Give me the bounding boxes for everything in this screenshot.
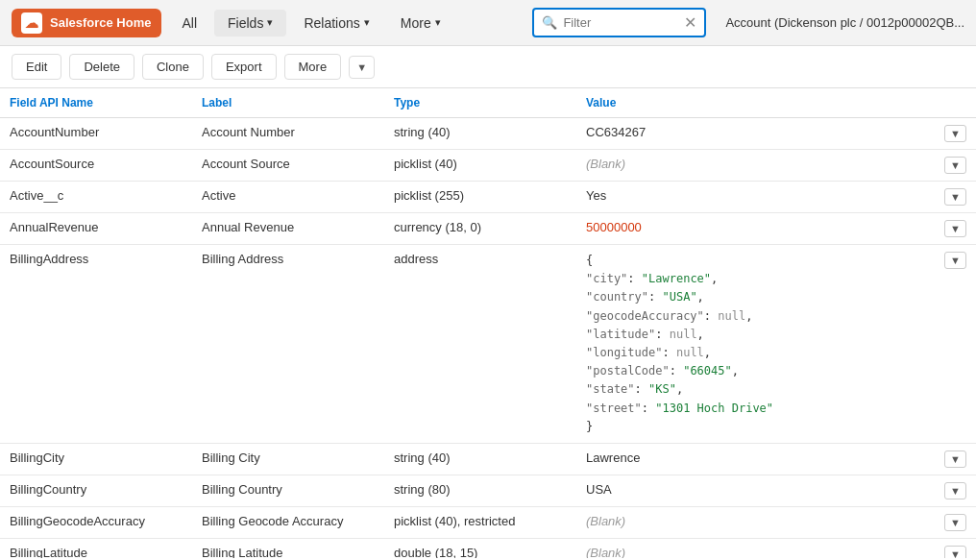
col-header-type[interactable]: Type	[384, 88, 576, 118]
cell-action: ▼	[935, 182, 976, 213]
cell-label: Billing Geocode Accuracy	[192, 506, 384, 538]
cell-type: string (40)	[384, 443, 576, 475]
cell-label: Account Number	[192, 118, 384, 150]
nav-tabs: All Fields ▾ Relations ▾ More ▾	[169, 10, 525, 37]
cell-api-name: AnnualRevenue	[0, 213, 192, 245]
cell-api-name: BillingCountry	[0, 475, 192, 506]
more-dropdown-button[interactable]: ▼	[349, 56, 375, 79]
cell-api-name: BillingLatitude	[0, 538, 192, 558]
account-title: Account (Dickenson plc / 0012p00002QB...	[725, 15, 964, 30]
cell-type: double (18, 15)	[384, 538, 576, 558]
cell-label: Billing Address	[192, 245, 384, 444]
cell-label: Billing Country	[192, 475, 384, 506]
cell-api-name: BillingAddress	[0, 245, 192, 444]
row-dropdown-button[interactable]: ▼	[944, 546, 966, 558]
row-dropdown-button[interactable]: ▼	[944, 450, 966, 468]
cell-api-name: BillingGeocodeAccuracy	[0, 506, 192, 538]
cell-type: string (80)	[384, 475, 576, 506]
clone-button[interactable]: Clone	[142, 54, 204, 80]
table-row: BillingGeocodeAccuracyBilling Geocode Ac…	[0, 506, 976, 538]
json-value: { "city": "Lawrence", "country": "USA", …	[586, 252, 925, 436]
row-dropdown-button[interactable]: ▼	[944, 125, 966, 142]
fields-table: Field API Name Label Type Value AccountN…	[0, 88, 976, 558]
currency-value: 50000000	[586, 220, 642, 234]
cell-action: ▼	[935, 475, 976, 506]
fields-arrow-icon: ▾	[267, 16, 273, 29]
cell-action: ▼	[935, 443, 976, 475]
table-container: Field API Name Label Type Value AccountN…	[0, 88, 976, 558]
table-header-row: Field API Name Label Type Value	[0, 88, 976, 118]
row-dropdown-button[interactable]: ▼	[944, 252, 966, 269]
app-title: Salesforce Home	[50, 15, 152, 30]
more-button[interactable]: More	[284, 54, 342, 80]
col-header-action	[935, 88, 976, 118]
cell-action: ▼	[935, 506, 976, 538]
relations-arrow-icon: ▾	[364, 16, 370, 29]
col-header-api[interactable]: Field API Name	[0, 88, 192, 118]
table-row: AnnualRevenueAnnual Revenuecurrency (18,…	[0, 213, 976, 245]
cell-type: string (40)	[384, 118, 576, 150]
app-logo[interactable]: ☁ Salesforce Home	[12, 9, 161, 37]
filter-input[interactable]	[563, 15, 678, 30]
cell-value: (Blank)	[576, 538, 935, 558]
row-dropdown-button[interactable]: ▼	[944, 220, 966, 237]
top-bar: ☁ Salesforce Home All Fields ▾ Relations…	[0, 0, 976, 46]
cell-label: Account Source	[192, 150, 384, 182]
cell-api-name: BillingCity	[0, 443, 192, 475]
nav-tab-all[interactable]: All	[169, 10, 211, 37]
blank-value: (Blank)	[586, 546, 625, 558]
cell-label: Billing Latitude	[192, 538, 384, 558]
table-row: BillingAddressBilling Addressaddress{ "c…	[0, 245, 976, 444]
cell-type: picklist (40), restricted	[384, 506, 576, 538]
action-bar: Edit Delete Clone Export More ▼	[0, 46, 976, 88]
cell-value: Lawrence	[576, 443, 935, 475]
cell-value: { "city": "Lawrence", "country": "USA", …	[576, 245, 935, 444]
table-row: AccountSourceAccount Sourcepicklist (40)…	[0, 150, 976, 182]
row-dropdown-button[interactable]: ▼	[944, 482, 966, 499]
cell-value: CC634267	[576, 118, 935, 150]
cell-type: picklist (255)	[384, 182, 576, 213]
search-icon: 🔍	[542, 15, 557, 30]
cell-label: Billing City	[192, 443, 384, 475]
cell-value: 50000000	[576, 213, 935, 245]
table-row: Active__cActivepicklist (255)Yes▼	[0, 182, 976, 213]
cell-type: address	[384, 245, 576, 444]
more-arrow-icon: ▾	[435, 16, 441, 29]
cell-api-name: Active__c	[0, 182, 192, 213]
row-dropdown-button[interactable]: ▼	[944, 188, 966, 206]
nav-tab-more[interactable]: More ▾	[387, 10, 454, 37]
cell-type: picklist (40)	[384, 150, 576, 182]
cell-type: currency (18, 0)	[384, 213, 576, 245]
cell-value: USA	[576, 475, 935, 506]
cell-label: Active	[192, 182, 384, 213]
nav-tab-relations[interactable]: Relations ▾	[290, 10, 382, 37]
blank-value: (Blank)	[586, 514, 625, 528]
cell-action: ▼	[935, 245, 976, 444]
cell-action: ▼	[935, 150, 976, 182]
delete-button[interactable]: Delete	[69, 54, 134, 80]
table-row: BillingCountryBilling Countrystring (80)…	[0, 475, 976, 506]
row-dropdown-button[interactable]: ▼	[944, 157, 966, 174]
col-header-value[interactable]: Value	[576, 88, 935, 118]
filter-clear-icon[interactable]: ✕	[684, 13, 696, 32]
edit-button[interactable]: Edit	[12, 54, 61, 80]
export-button[interactable]: Export	[211, 54, 277, 80]
cell-value: (Blank)	[576, 150, 935, 182]
cell-value: Yes	[576, 182, 935, 213]
blank-value: (Blank)	[586, 157, 625, 171]
col-header-label[interactable]: Label	[192, 88, 384, 118]
table-row: BillingLatitudeBilling Latitudedouble (1…	[0, 538, 976, 558]
row-dropdown-button[interactable]: ▼	[944, 514, 966, 531]
table-row: AccountNumberAccount Numberstring (40)CC…	[0, 118, 976, 150]
cell-api-name: AccountSource	[0, 150, 192, 182]
cell-action: ▼	[935, 118, 976, 150]
cell-action: ▼	[935, 213, 976, 245]
cell-value: (Blank)	[576, 506, 935, 538]
salesforce-icon: ☁	[21, 12, 42, 34]
table-row: BillingCityBilling Citystring (40)Lawren…	[0, 443, 976, 475]
filter-box: 🔍 ✕	[532, 8, 706, 37]
table-body: AccountNumberAccount Numberstring (40)CC…	[0, 118, 976, 559]
nav-tab-fields[interactable]: Fields ▾	[214, 10, 286, 37]
cell-api-name: AccountNumber	[0, 118, 192, 150]
cell-label: Annual Revenue	[192, 213, 384, 245]
